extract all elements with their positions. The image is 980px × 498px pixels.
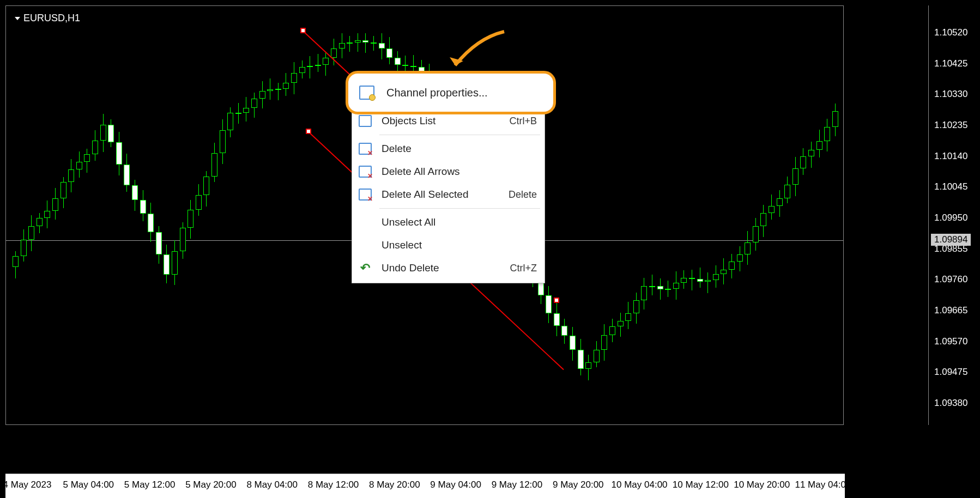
y-tick-label: 1.10140: [934, 151, 967, 162]
menu-separator: [379, 208, 540, 209]
menu-delete-all-arrows[interactable]: Delete All Arrows: [352, 160, 545, 183]
delete-selected-icon: [358, 187, 373, 202]
y-tick-label: 1.10425: [934, 58, 967, 69]
y-tick-label: 1.09570: [934, 336, 967, 347]
menu-delete[interactable]: Delete: [352, 137, 545, 160]
menu-unselect[interactable]: Unselect: [352, 234, 545, 257]
delete-icon: [358, 142, 373, 156]
time-axis: 4 May 20235 May 04:005 May 12:005 May 20…: [5, 473, 845, 498]
channel-handle[interactable]: [300, 28, 306, 33]
list-icon: [358, 114, 373, 128]
menu-separator: [379, 135, 540, 135]
blank-icon: [358, 215, 373, 229]
x-tick-label: 9 May 12:00: [492, 479, 543, 490]
blank-icon: [358, 238, 373, 252]
x-tick-label: 4 May 2023: [3, 479, 52, 490]
menu-delete-all-selected[interactable]: Delete All Selected Delete: [352, 183, 545, 206]
menu-item-label: Channel properties...: [386, 87, 488, 99]
dropdown-icon[interactable]: [15, 17, 20, 20]
y-tick-label: 1.09475: [934, 367, 967, 378]
price-axis: 1.105201.104251.103301.102351.101401.100…: [928, 5, 980, 425]
x-tick-label: 11 May 04:00: [795, 479, 851, 490]
menu-channel-properties[interactable]: Channel properties...: [346, 71, 556, 114]
x-tick-label: 10 May 20:00: [734, 479, 790, 490]
menu-unselect-all[interactable]: Unselect All: [352, 211, 545, 234]
x-tick-label: 10 May 04:00: [612, 479, 668, 490]
y-tick-label: 1.09760: [934, 274, 967, 285]
y-tick-label: 1.09950: [934, 212, 967, 223]
y-tick-label: 1.10045: [934, 181, 967, 192]
channel-handle[interactable]: [306, 129, 311, 134]
y-tick-label: 1.10235: [934, 120, 967, 131]
x-tick-label: 5 May 04:00: [63, 479, 114, 490]
x-tick-label: 5 May 12:00: [124, 479, 176, 490]
x-tick-label: 8 May 20:00: [369, 479, 420, 490]
chart-title: EURUSD,H1: [15, 13, 80, 24]
channel-handle[interactable]: [554, 297, 559, 303]
current-price-badge: 1.09894: [931, 234, 971, 246]
properties-icon: [359, 86, 374, 100]
x-tick-label: 8 May 04:00: [246, 479, 298, 490]
y-tick-label: 1.09380: [934, 398, 967, 409]
x-tick-label: 9 May 20:00: [553, 479, 604, 490]
x-tick-label: 8 May 12:00: [308, 479, 359, 490]
y-tick-label: 1.10520: [934, 27, 967, 38]
menu-undo-delete[interactable]: ↶ Undo Delete Ctrl+Z: [352, 257, 545, 280]
y-tick-label: 1.09665: [934, 305, 967, 316]
x-tick-label: 9 May 04:00: [430, 479, 481, 490]
x-tick-label: 10 May 12:00: [673, 479, 729, 490]
undo-icon: ↶: [358, 261, 373, 275]
y-tick-label: 1.10330: [934, 89, 967, 100]
x-tick-label: 5 May 20:00: [185, 479, 237, 490]
delete-arrows-icon: [358, 165, 373, 179]
